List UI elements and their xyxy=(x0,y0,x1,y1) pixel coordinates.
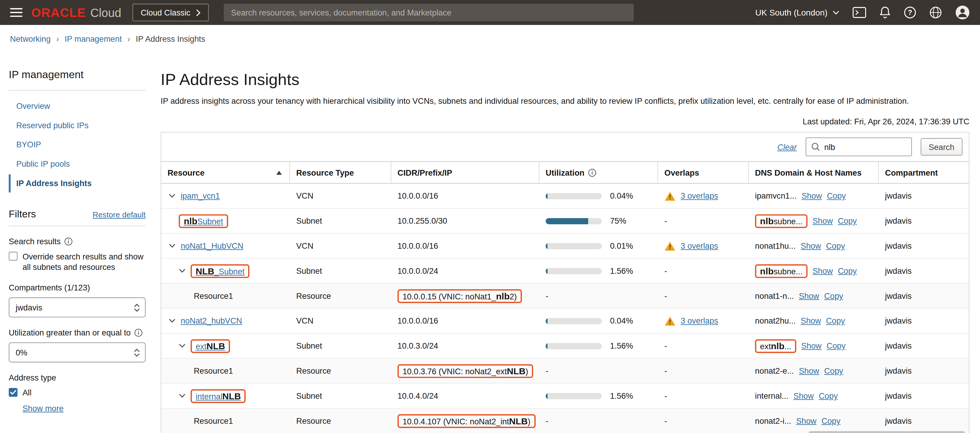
resource-name[interactable]: noNat1_HubVCN xyxy=(181,241,243,250)
cidr-cell: 10.0.0.15 (VNIC: noNat1_nlb2) xyxy=(391,283,539,308)
utilization-select[interactable]: 0% xyxy=(9,342,146,362)
utilization-bar xyxy=(546,343,602,349)
column-header-dns-domain-host-names[interactable]: DNS Domain & Host Names xyxy=(749,162,879,183)
compartment-name: jwdavis xyxy=(885,216,912,226)
resource-name[interactable]: ipam_vcn1 xyxy=(181,191,220,201)
chevron-down-icon[interactable] xyxy=(169,319,176,323)
chevron-down-icon[interactable] xyxy=(169,194,176,198)
resource-name[interactable]: nlbSubnet xyxy=(184,216,223,226)
cidr-cell: 10.0.3.0/24 xyxy=(391,334,539,358)
resource-name[interactable]: noNat2_hubVCN xyxy=(181,316,242,325)
clear-link[interactable]: Clear xyxy=(777,142,797,151)
utilization-value: 1.56% xyxy=(610,341,633,350)
sidebar-item-reserved-public-ips[interactable]: Reserved public IPs xyxy=(9,116,146,134)
copy-link[interactable]: Copy xyxy=(826,316,845,325)
chevron-down-icon[interactable] xyxy=(179,394,186,398)
resource-type: VCN xyxy=(296,191,313,201)
menu-icon[interactable] xyxy=(10,8,23,17)
chevron-down-icon[interactable] xyxy=(169,244,176,248)
address-type-all-checkbox[interactable] xyxy=(9,388,17,396)
copy-link[interactable]: Copy xyxy=(827,191,846,201)
developer-tools-icon[interactable] xyxy=(853,7,866,18)
show-link[interactable]: Show xyxy=(802,191,822,201)
profile-avatar[interactable] xyxy=(955,5,970,20)
show-link[interactable]: Show xyxy=(793,391,814,401)
global-search-input[interactable]: Search resources, services, documentatio… xyxy=(223,4,633,21)
resource-name[interactable]: Resource1 xyxy=(194,416,233,425)
breadcrumb-item-ip-management[interactable]: IP management xyxy=(65,34,122,43)
column-header-utilization[interactable]: Utilization xyxy=(539,162,658,183)
help-icon[interactable]: ? xyxy=(904,6,916,19)
copy-link[interactable]: Copy xyxy=(838,216,857,226)
region-selector[interactable]: UK South (London) xyxy=(755,8,839,17)
sort-ascending-icon[interactable] xyxy=(276,170,282,175)
horizontal-scrollbar[interactable] xyxy=(809,431,965,433)
restore-default-link[interactable]: Restore default xyxy=(93,210,146,219)
column-header-overlaps[interactable]: Overlaps xyxy=(658,162,749,183)
highlight-box: 10.0.4.107 (VNIC: noNat2_intNLB) xyxy=(398,414,536,428)
show-link[interactable]: Show xyxy=(801,341,822,350)
cloud-classic-button[interactable]: Cloud Classic xyxy=(133,4,209,21)
copy-link[interactable]: Copy xyxy=(819,391,838,401)
resource-type-cell: Resource xyxy=(290,359,391,383)
compartment-cell: jwdavis xyxy=(879,359,969,383)
copy-link[interactable]: Copy xyxy=(824,291,843,300)
utilization-value: 75% xyxy=(610,216,626,226)
table-row: Resource1Resource10.0.4.107 (VNIC: noNat… xyxy=(161,409,969,433)
show-link[interactable]: Show xyxy=(801,241,821,250)
search-button[interactable]: Search xyxy=(921,138,963,156)
copy-link[interactable]: Copy xyxy=(822,416,841,425)
sidebar-item-byoip[interactable]: BYOIP xyxy=(9,136,146,154)
compartments-label: Compartments (1/123) xyxy=(9,283,146,292)
info-icon[interactable] xyxy=(588,169,596,177)
resource-name[interactable]: NLB_Subnet xyxy=(196,266,245,276)
overlaps-link[interactable]: 3 overlaps xyxy=(681,316,718,325)
show-link[interactable]: Show xyxy=(799,291,819,300)
info-icon[interactable] xyxy=(135,329,143,337)
warning-icon xyxy=(665,241,676,251)
overlaps-link[interactable]: 3 overlaps xyxy=(681,191,718,201)
copy-link[interactable]: Copy xyxy=(824,366,843,376)
language-icon[interactable] xyxy=(929,6,942,19)
overlaps-cell: - xyxy=(658,209,749,233)
breadcrumb-separator: › xyxy=(127,34,130,43)
column-header-resource-type[interactable]: Resource Type xyxy=(290,162,391,183)
resource-name[interactable]: Resource1 xyxy=(194,366,233,376)
show-link[interactable]: Show xyxy=(812,216,833,226)
compartment-name: jwdavis xyxy=(885,366,912,376)
cidr-value: 10.0.0.0/16 xyxy=(398,316,438,325)
copy-link[interactable]: Copy xyxy=(826,341,845,350)
copy-link[interactable]: Copy xyxy=(838,266,857,275)
resource-name[interactable]: internalNLB xyxy=(196,391,241,401)
resource-name[interactable]: Resource1 xyxy=(194,291,233,300)
resource-name[interactable]: extNLB xyxy=(196,341,225,351)
table-search-input[interactable]: nlb xyxy=(805,137,912,156)
sidebar: IP management OverviewReserved public IP… xyxy=(0,53,161,413)
sidebar-item-overview[interactable]: Overview xyxy=(9,97,146,115)
chevron-down-icon[interactable] xyxy=(179,344,186,348)
table-header: ResourceResource TypeCIDR/Prefix/IPUtili… xyxy=(161,161,969,184)
show-link[interactable]: Show xyxy=(796,416,816,425)
table-row: internalNLBSubnet10.0.4.0/241.56%-intern… xyxy=(161,384,969,409)
column-header-resource[interactable]: Resource xyxy=(161,162,290,183)
resource-cell: noNat2_hubVCN xyxy=(161,309,290,333)
chevron-down-icon[interactable] xyxy=(179,269,186,273)
column-header-cidr-prefix-ip[interactable]: CIDR/Prefix/IP xyxy=(391,162,539,183)
show-more-link[interactable]: Show more xyxy=(22,403,64,413)
show-link[interactable]: Show xyxy=(799,366,819,376)
utilization-cell: 1.56% xyxy=(539,259,658,283)
breadcrumb-item-networking[interactable]: Networking xyxy=(10,34,51,43)
info-icon[interactable] xyxy=(64,237,72,245)
show-link[interactable]: Show xyxy=(801,316,821,325)
warning-icon xyxy=(665,191,676,201)
column-header-compartment[interactable]: Compartment xyxy=(879,162,969,183)
breadcrumb-separator: › xyxy=(56,34,59,43)
show-link[interactable]: Show xyxy=(812,266,833,275)
sidebar-item-ip-address-insights[interactable]: IP Address Insights xyxy=(9,174,146,193)
override-checkbox[interactable] xyxy=(9,252,17,260)
compartment-select[interactable]: jwdavis xyxy=(9,297,146,317)
sidebar-item-public-ip-pools[interactable]: Public IP pools xyxy=(9,155,146,173)
notifications-icon[interactable] xyxy=(880,6,891,19)
copy-link[interactable]: Copy xyxy=(826,241,845,250)
overlaps-link[interactable]: 3 overlaps xyxy=(681,241,718,250)
